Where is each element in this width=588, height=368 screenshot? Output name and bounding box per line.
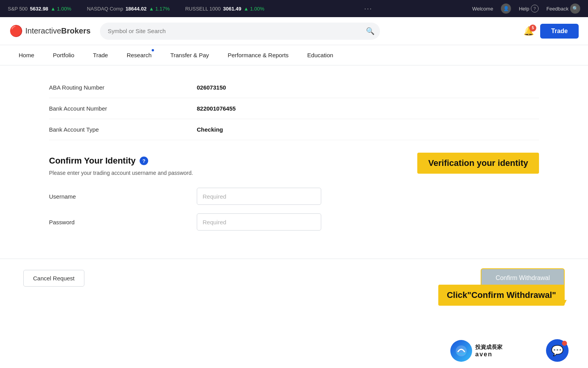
nav-performance[interactable]: Performance & Reports	[218, 45, 298, 65]
russell-name: RUSSELL 1000	[185, 6, 220, 12]
aba-value: 026073150	[197, 84, 226, 91]
account-number-value: 822001076455	[197, 105, 236, 112]
identity-desc-wrap: Confirm Your Identity ? Please enter you…	[49, 156, 402, 188]
notification-badge: 5	[529, 25, 536, 32]
nav-trade[interactable]: Trade	[84, 45, 117, 65]
sp500-value: 5632.98	[30, 6, 48, 12]
brand-text: 投資成長家 aven	[475, 344, 502, 358]
header: 🔴 InteractiveBrokers 🔍 🔔 5 Trade	[0, 17, 588, 45]
welcome-text: Welcome	[472, 6, 493, 12]
username-label: Username	[49, 193, 197, 200]
verification-banner: Verification your identity	[417, 153, 539, 174]
russell-value: 3061.49	[223, 6, 242, 12]
nasdaq-value: 18644.02	[126, 6, 147, 12]
identity-desc: Please enter your trading account userna…	[49, 170, 402, 176]
research-dot	[152, 49, 154, 51]
nav-portfolio[interactable]: Portfolio	[44, 45, 84, 65]
search-bar: 🔍	[100, 23, 380, 40]
chat-button[interactable]: 💬	[546, 339, 569, 362]
russell-ticker: RUSSELL 1000 3061.49 ▲ 1.00%	[185, 6, 264, 12]
feedback-button[interactable]: Feedback 🔍	[546, 4, 580, 14]
nasdaq-change: ▲ 1.17%	[149, 6, 170, 12]
logo-text: InteractiveBrokers	[25, 26, 91, 35]
notification-bell[interactable]: 🔔 5	[523, 26, 534, 36]
logo-icon: 🔴	[9, 25, 23, 37]
main-content: ABA Routing Number 026073150 Bank Accoun…	[0, 65, 588, 297]
account-number-label: Bank Account Number	[49, 105, 197, 112]
search-input[interactable]	[100, 23, 380, 40]
nav-research[interactable]: Research	[117, 45, 161, 65]
form-section: ABA Routing Number 026073150 Bank Accoun…	[26, 65, 562, 251]
logo[interactable]: 🔴 InteractiveBrokers	[9, 25, 91, 37]
main-nav: Home Portfolio Trade Research Transfer &…	[0, 45, 588, 65]
identity-help-icon[interactable]: ?	[140, 157, 148, 165]
account-type-label: Bank Account Type	[49, 126, 197, 133]
password-input[interactable]	[197, 213, 321, 231]
identity-title-row: Confirm Your Identity ? Please enter you…	[49, 156, 539, 188]
identity-section: Confirm Your Identity ? Please enter you…	[49, 156, 539, 231]
svg-point-0	[456, 345, 467, 356]
nav-home[interactable]: Home	[9, 45, 44, 65]
password-label: Password	[49, 219, 197, 225]
nav-transfer[interactable]: Transfer & Pay	[161, 45, 218, 65]
ticker-right: Welcome 👤 Help ? Feedback 🔍	[472, 4, 580, 14]
username-row: Username	[49, 188, 539, 205]
ticker-bar: S&P 500 5632.98 ▲ 1.00% NASDAQ Comp 1864…	[0, 0, 588, 17]
feedback-icon: 🔍	[570, 4, 580, 14]
aba-row: ABA Routing Number 026073150	[49, 77, 539, 98]
account-type-value: Checking	[197, 126, 223, 133]
username-input[interactable]	[197, 188, 321, 205]
account-type-row: Bank Account Type Checking	[49, 119, 539, 140]
help-icon: ?	[531, 5, 539, 12]
user-avatar[interactable]: 👤	[501, 4, 511, 14]
ticker-more[interactable]: ···	[364, 5, 373, 13]
password-row: Password	[49, 213, 539, 231]
nasdaq-name: NASDAQ Comp	[87, 6, 123, 12]
brand-logo	[450, 340, 472, 362]
russell-change: ▲ 1.00%	[244, 6, 264, 12]
sp500-change: ▲ 1.00%	[51, 6, 71, 12]
trade-button[interactable]: Trade	[540, 24, 579, 39]
nav-education[interactable]: Education	[298, 45, 343, 65]
chat-badge	[562, 341, 567, 346]
sp500-ticker: S&P 500 5632.98 ▲ 1.00%	[8, 6, 71, 12]
header-right: 🔔 5 Trade	[523, 24, 579, 39]
search-button[interactable]: 🔍	[366, 27, 374, 35]
sp500-name: S&P 500	[8, 6, 28, 12]
cancel-button[interactable]: Cancel Request	[23, 270, 84, 287]
aba-label: ABA Routing Number	[49, 84, 197, 91]
account-number-row: Bank Account Number 822001076455	[49, 98, 539, 119]
help-button[interactable]: Help ?	[519, 5, 539, 12]
click-annotation: Click"Confirm Withdrawal"	[438, 285, 565, 306]
identity-title: Confirm Your Identity ?	[49, 156, 402, 166]
nasdaq-ticker: NASDAQ Comp 18644.02 ▲ 1.17%	[87, 6, 170, 12]
